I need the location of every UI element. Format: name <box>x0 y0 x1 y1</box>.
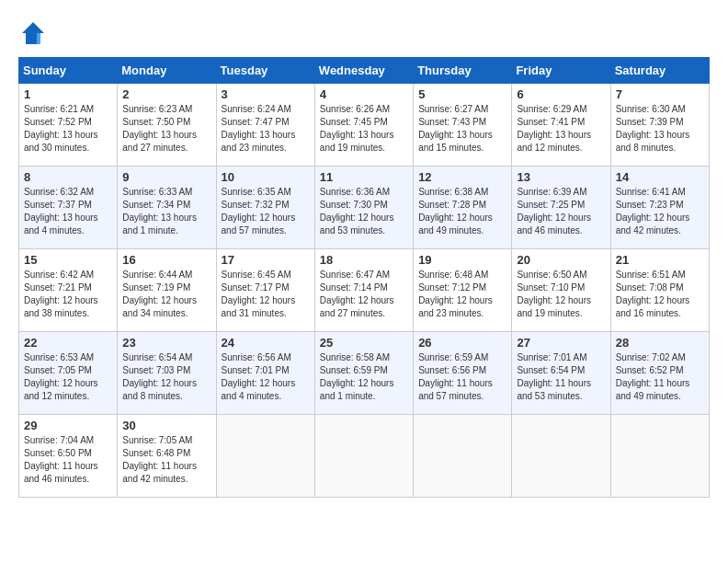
day-info: Sunrise: 6:32 AMSunset: 7:37 PMDaylight:… <box>24 186 112 237</box>
day-info: Sunrise: 7:02 AMSunset: 6:52 PMDaylight:… <box>616 351 704 403</box>
col-header-tuesday: Tuesday <box>216 58 314 84</box>
week-row-3: 15Sunrise: 6:42 AMSunset: 7:21 PMDayligh… <box>19 249 710 332</box>
day-number: 23 <box>122 336 210 350</box>
day-info: Sunrise: 6:50 AMSunset: 7:10 PMDaylight:… <box>517 269 605 320</box>
day-number: 24 <box>222 336 310 350</box>
day-info: Sunrise: 6:56 AMSunset: 7:01 PMDaylight:… <box>222 351 310 403</box>
day-info: Sunrise: 6:41 AMSunset: 7:23 PMDaylight:… <box>616 186 704 237</box>
calendar-cell: 22Sunrise: 6:53 AMSunset: 7:05 PMDayligh… <box>19 332 118 415</box>
day-number: 5 <box>418 87 506 101</box>
day-number: 15 <box>24 253 112 267</box>
day-info: Sunrise: 6:29 AMSunset: 7:41 PMDaylight:… <box>517 103 605 155</box>
calendar-cell: 12Sunrise: 6:38 AMSunset: 7:28 PMDayligh… <box>414 167 512 249</box>
day-info: Sunrise: 6:33 AMSunset: 7:34 PMDaylight:… <box>122 186 210 237</box>
day-number: 10 <box>222 170 310 184</box>
day-number: 14 <box>616 170 704 184</box>
calendar-cell: 28Sunrise: 7:02 AMSunset: 6:52 PMDayligh… <box>610 332 709 415</box>
day-number: 20 <box>517 253 605 267</box>
day-info: Sunrise: 6:53 AMSunset: 7:05 PMDaylight:… <box>24 351 112 403</box>
calendar-cell: 3Sunrise: 6:24 AMSunset: 7:47 PMDaylight… <box>216 84 314 167</box>
calendar-cell: 4Sunrise: 6:26 AMSunset: 7:45 PMDaylight… <box>314 84 413 167</box>
day-info: Sunrise: 6:27 AMSunset: 7:43 PMDaylight:… <box>418 103 506 155</box>
calendar-cell: 13Sunrise: 6:39 AMSunset: 7:25 PMDayligh… <box>512 167 610 249</box>
day-number: 29 <box>24 419 112 432</box>
day-number: 9 <box>122 170 210 184</box>
day-number: 26 <box>418 336 506 350</box>
day-info: Sunrise: 6:24 AMSunset: 7:47 PMDaylight:… <box>222 103 310 155</box>
day-number: 16 <box>122 253 210 267</box>
calendar-cell: 16Sunrise: 6:44 AMSunset: 7:19 PMDayligh… <box>118 249 216 332</box>
day-info: Sunrise: 6:26 AMSunset: 7:45 PMDaylight:… <box>320 103 408 155</box>
day-number: 28 <box>616 336 704 350</box>
day-info: Sunrise: 7:05 AMSunset: 6:48 PMDaylight:… <box>122 434 210 486</box>
day-info: Sunrise: 7:01 AMSunset: 6:54 PMDaylight:… <box>517 351 605 403</box>
day-info: Sunrise: 6:54 AMSunset: 7:03 PMDaylight:… <box>122 351 210 403</box>
calendar-cell: 17Sunrise: 6:45 AMSunset: 7:17 PMDayligh… <box>216 249 314 332</box>
week-row-1: 1Sunrise: 6:21 AMSunset: 7:52 PMDaylight… <box>19 84 710 167</box>
calendar-cell <box>216 415 314 498</box>
day-info: Sunrise: 6:21 AMSunset: 7:52 PMDaylight:… <box>24 103 112 155</box>
day-number: 11 <box>320 170 408 184</box>
day-info: Sunrise: 6:59 AMSunset: 6:56 PMDaylight:… <box>418 351 506 403</box>
col-header-saturday: Saturday <box>610 58 709 84</box>
calendar-cell: 30Sunrise: 7:05 AMSunset: 6:48 PMDayligh… <box>118 415 216 498</box>
calendar-cell: 24Sunrise: 6:56 AMSunset: 7:01 PMDayligh… <box>216 332 314 415</box>
week-row-4: 22Sunrise: 6:53 AMSunset: 7:05 PMDayligh… <box>19 332 710 415</box>
calendar-cell: 2Sunrise: 6:23 AMSunset: 7:50 PMDaylight… <box>118 84 216 167</box>
day-number: 7 <box>616 87 704 101</box>
calendar-cell: 29Sunrise: 7:04 AMSunset: 6:50 PMDayligh… <box>19 415 118 498</box>
day-number: 6 <box>517 87 605 101</box>
col-header-thursday: Thursday <box>414 58 512 84</box>
day-number: 12 <box>418 170 506 184</box>
calendar-cell: 25Sunrise: 6:58 AMSunset: 6:59 PMDayligh… <box>314 332 413 415</box>
calendar-cell <box>512 415 610 498</box>
calendar-cell: 20Sunrise: 6:50 AMSunset: 7:10 PMDayligh… <box>512 249 610 332</box>
calendar-cell: 15Sunrise: 6:42 AMSunset: 7:21 PMDayligh… <box>19 249 118 332</box>
day-info: Sunrise: 6:42 AMSunset: 7:21 PMDaylight:… <box>24 269 112 320</box>
day-info: Sunrise: 6:36 AMSunset: 7:30 PMDaylight:… <box>320 186 408 237</box>
svg-marker-0 <box>22 22 44 44</box>
day-number: 22 <box>24 336 112 350</box>
day-number: 18 <box>320 253 408 267</box>
calendar-cell: 6Sunrise: 6:29 AMSunset: 7:41 PMDaylight… <box>512 84 610 167</box>
day-number: 1 <box>24 87 112 101</box>
day-number: 25 <box>320 336 408 350</box>
day-number: 2 <box>122 87 210 101</box>
calendar-cell: 5Sunrise: 6:27 AMSunset: 7:43 PMDaylight… <box>414 84 512 167</box>
calendar-cell: 23Sunrise: 6:54 AMSunset: 7:03 PMDayligh… <box>118 332 216 415</box>
day-info: Sunrise: 6:38 AMSunset: 7:28 PMDaylight:… <box>418 186 506 237</box>
calendar-cell: 18Sunrise: 6:47 AMSunset: 7:14 PMDayligh… <box>314 249 413 332</box>
calendar-cell <box>414 415 512 498</box>
calendar-cell: 1Sunrise: 6:21 AMSunset: 7:52 PMDaylight… <box>19 84 118 167</box>
day-number: 3 <box>222 87 310 101</box>
day-info: Sunrise: 6:45 AMSunset: 7:17 PMDaylight:… <box>222 269 310 320</box>
logo <box>18 18 53 48</box>
day-info: Sunrise: 6:47 AMSunset: 7:14 PMDaylight:… <box>320 269 408 320</box>
header-row: SundayMondayTuesdayWednesdayThursdayFrid… <box>19 58 710 84</box>
day-number: 19 <box>418 253 506 267</box>
day-number: 13 <box>517 170 605 184</box>
calendar-cell: 21Sunrise: 6:51 AMSunset: 7:08 PMDayligh… <box>610 249 709 332</box>
day-info: Sunrise: 6:23 AMSunset: 7:50 PMDaylight:… <box>122 103 210 155</box>
calendar-cell: 7Sunrise: 6:30 AMSunset: 7:39 PMDaylight… <box>610 84 709 167</box>
day-number: 30 <box>122 419 210 432</box>
calendar-cell <box>610 415 709 498</box>
day-number: 21 <box>616 253 704 267</box>
day-info: Sunrise: 6:39 AMSunset: 7:25 PMDaylight:… <box>517 186 605 237</box>
day-number: 27 <box>517 336 605 350</box>
col-header-monday: Monday <box>118 58 216 84</box>
day-info: Sunrise: 6:44 AMSunset: 7:19 PMDaylight:… <box>122 269 210 320</box>
day-info: Sunrise: 6:51 AMSunset: 7:08 PMDaylight:… <box>616 269 704 320</box>
calendar-cell: 10Sunrise: 6:35 AMSunset: 7:32 PMDayligh… <box>216 167 314 249</box>
logo-icon <box>18 18 48 48</box>
day-info: Sunrise: 6:58 AMSunset: 6:59 PMDaylight:… <box>320 351 408 403</box>
day-info: Sunrise: 6:35 AMSunset: 7:32 PMDaylight:… <box>222 186 310 237</box>
day-info: Sunrise: 7:04 AMSunset: 6:50 PMDaylight:… <box>24 434 112 486</box>
week-row-2: 8Sunrise: 6:32 AMSunset: 7:37 PMDaylight… <box>19 167 710 249</box>
page-header <box>18 18 710 48</box>
calendar-cell: 11Sunrise: 6:36 AMSunset: 7:30 PMDayligh… <box>314 167 413 249</box>
week-row-5: 29Sunrise: 7:04 AMSunset: 6:50 PMDayligh… <box>19 415 710 498</box>
day-info: Sunrise: 6:48 AMSunset: 7:12 PMDaylight:… <box>418 269 506 320</box>
col-header-sunday: Sunday <box>19 58 118 84</box>
calendar-cell: 19Sunrise: 6:48 AMSunset: 7:12 PMDayligh… <box>414 249 512 332</box>
